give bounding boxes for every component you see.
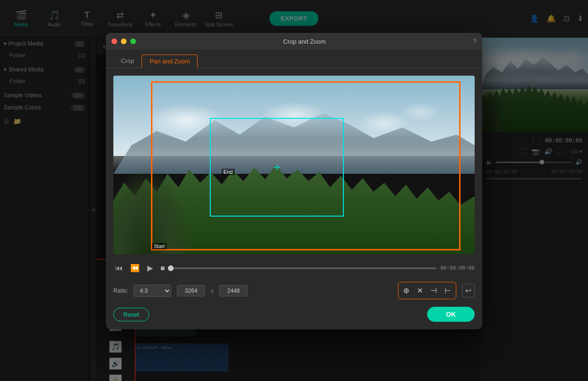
- sidebar-sample-videos[interactable]: Sample Videos (20): [0, 89, 89, 101]
- timeline-lock2-btn[interactable]: 🔒: [109, 374, 122, 381]
- nav-effects[interactable]: ✦ Effects: [136, 2, 169, 35]
- dimension-x-label: x: [211, 288, 214, 294]
- clip-audio-label: A::GROUP - Verve: [136, 345, 172, 350]
- tab-crop[interactable]: Crop: [113, 54, 142, 68]
- minimize-icon[interactable]: ⊡: [564, 14, 570, 23]
- pb-stop-btn[interactable]: ■: [159, 262, 167, 274]
- sample-colors-count: (15): [71, 105, 85, 111]
- height-input[interactable]: 2448: [219, 285, 247, 296]
- right-timeline-bar[interactable]: [486, 178, 582, 179]
- sidebar-project-media[interactable]: ▾ Project Media (1): [0, 38, 89, 50]
- nav-media[interactable]: 🎬 Media: [5, 2, 38, 35]
- account-icon[interactable]: 👤: [530, 14, 539, 23]
- sample-videos-label: Sample Videos: [4, 92, 42, 99]
- sidebar-folder-2[interactable]: Folder (0): [0, 76, 89, 87]
- modal-body: ✛ End Start ⏮ ⏪ ▶ ■ 00:00:00:00: [106, 68, 482, 329]
- right-panel-controls: { } 00:00:00:00 ⛶ 📷 🔊 ⛶ 1/2 ▾ 🔈 🔊: [480, 132, 588, 381]
- ratio-select[interactable]: 4:3 16:9 1:1 Custom: [134, 285, 171, 297]
- right-ctrl-row-1: { } 00:00:00:00: [486, 137, 582, 144]
- download-icon[interactable]: ⬇: [577, 14, 583, 23]
- add-folder-icon[interactable]: 📁: [13, 117, 21, 125]
- notification-icon[interactable]: 🔔: [547, 14, 556, 23]
- shared-media-arrow: ▾: [4, 66, 7, 73]
- crop-zoom-modal: Crop and Zoom ? Crop Pan and Zoom: [106, 33, 482, 329]
- nav-titles[interactable]: T Titles: [71, 2, 103, 35]
- width-input[interactable]: 3264: [177, 285, 205, 296]
- speaker-icon[interactable]: 🔊: [544, 148, 552, 155]
- right-scene-tree: [480, 66, 513, 132]
- align-center-btn[interactable]: ⊕: [400, 284, 412, 297]
- folder-2-count: (0): [78, 78, 85, 85]
- align-right-btn[interactable]: ⊢: [442, 284, 454, 297]
- shared-media-count: (0): [74, 67, 85, 73]
- timeline-music-btn[interactable]: 🎵: [109, 341, 122, 353]
- folder-1-count: (1): [78, 52, 85, 59]
- top-right-controls: 👤 🔔 ⊡ ⬇: [530, 14, 583, 23]
- project-media-label: Project Media: [8, 40, 43, 47]
- volume-fill: [496, 162, 542, 163]
- nav-elements[interactable]: ◈ Elements: [169, 2, 202, 35]
- volume-thumb: [540, 160, 544, 164]
- add-media-icon[interactable]: ⊕: [4, 117, 9, 125]
- modal-title: Crop and Zoom: [140, 38, 469, 45]
- left-sidebar: ▾ Project Media (1) Folder (1) ▾ Shared …: [0, 38, 89, 381]
- modal-help-btn[interactable]: ?: [473, 38, 477, 45]
- folder-2-label: Folder: [9, 78, 25, 85]
- traffic-light-green[interactable]: [130, 39, 136, 44]
- modal-ratio-row: Ratio: 4:3 16:9 1:1 Custom 3264 x 2448 ⊕…: [113, 282, 475, 299]
- modal-titlebar: Crop and Zoom ?: [106, 33, 482, 50]
- screenshot-icon[interactable]: 📷: [532, 148, 540, 155]
- reset-button[interactable]: Reset: [113, 308, 149, 321]
- clip-audio[interactable]: A::GROUP - Verve: [135, 343, 229, 372]
- volume-slider[interactable]: [496, 162, 572, 163]
- right-timecode: 00:00:00:00: [545, 137, 582, 144]
- audio-icon: 🎵: [48, 10, 60, 20]
- right-panel-preview: [480, 38, 588, 132]
- traffic-light-yellow[interactable]: [121, 39, 127, 44]
- pb-timecode: 00:00:00:00: [440, 265, 475, 271]
- nav-media-label: Media: [14, 22, 28, 27]
- modal-tabs: Crop Pan and Zoom: [106, 50, 482, 68]
- volume-row: 🔈 🔊: [486, 159, 582, 165]
- fullscreen-icon[interactable]: ⛶: [520, 148, 527, 155]
- nav-effects-label: Effects: [145, 22, 160, 27]
- pb-play-btn[interactable]: ▶: [145, 262, 155, 274]
- sidebar-sample-colors[interactable]: Sample Colors (15): [0, 101, 89, 114]
- align-x-btn[interactable]: ✕: [414, 284, 426, 297]
- project-media-title-row: ▾ Project Media: [4, 40, 43, 47]
- nav-transitions[interactable]: ⇄ Transitions: [103, 2, 136, 35]
- sidebar-collapse-btn[interactable]: ◀: [89, 38, 97, 381]
- nav-titles-label: Titles: [81, 21, 93, 27]
- expand-icon[interactable]: ⛶: [557, 148, 564, 155]
- sidebar-folder-1[interactable]: Folder (1): [0, 50, 89, 61]
- timestamps-row: 00:00:35:00 00:00:40:00: [486, 169, 582, 174]
- modal-action-row: Reset OK: [113, 305, 475, 322]
- export-button[interactable]: EXPORT: [270, 11, 318, 26]
- tab-pan-zoom[interactable]: Pan and Zoom: [142, 54, 198, 68]
- elements-icon: ◈: [183, 10, 190, 20]
- bracket-open: { }: [532, 138, 541, 144]
- volume-down-icon: 🔈: [486, 159, 493, 165]
- sample-colors-label: Sample Colors: [4, 104, 41, 111]
- sidebar-divider-1: [0, 62, 89, 62]
- pb-frame-back-btn[interactable]: ⏪: [128, 262, 142, 274]
- ok-button[interactable]: OK: [427, 307, 475, 322]
- nav-audio[interactable]: 🎵 Audio: [38, 2, 71, 35]
- pb-progress-bar[interactable]: [171, 267, 437, 269]
- sidebar-bottom-toolbar: ⊕ 📁: [0, 114, 89, 129]
- folder-1-label: Folder: [9, 52, 25, 59]
- traffic-light-red[interactable]: [111, 39, 117, 44]
- nav-split-screen[interactable]: ⊞ Split Screen: [202, 2, 235, 35]
- sidebar-shared-media[interactable]: ▾ Shared Media (0): [0, 63, 89, 76]
- align-buttons-group: ⊕ ✕ ⊣ ⊢: [398, 282, 456, 299]
- timeline-row-audio: A::GROUP - Verve: [135, 340, 480, 375]
- timeline-speaker-btn[interactable]: 🔊: [109, 358, 122, 370]
- align-reset-arrows-btn[interactable]: ↩: [462, 284, 475, 297]
- sample-videos-count: (20): [71, 93, 85, 99]
- pb-step-back-btn[interactable]: ⏮: [113, 262, 125, 274]
- shared-media-title-row: ▾ Shared Media: [4, 66, 44, 73]
- timestamp-start: 00:00:35:00: [486, 169, 517, 174]
- align-left-btn[interactable]: ⊣: [428, 284, 440, 297]
- timestamp-end: 00:00:40:00: [551, 169, 582, 174]
- volume-up-icon: 🔊: [575, 159, 582, 165]
